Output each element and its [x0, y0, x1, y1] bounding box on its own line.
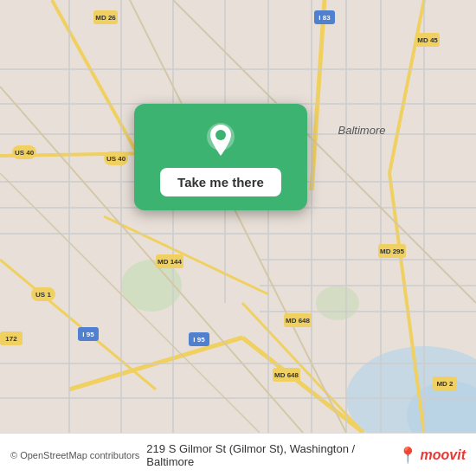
svg-text:MD 26: MD 26	[95, 14, 116, 22]
svg-text:I 83: I 83	[318, 14, 331, 22]
svg-text:MD 2: MD 2	[436, 380, 453, 388]
svg-text:MD 144: MD 144	[158, 258, 183, 266]
svg-text:MD 648: MD 648	[286, 317, 311, 325]
osm-credit: © OpenStreetMap contributors	[10, 450, 139, 460]
moovit-pin-icon: 📍	[398, 446, 417, 465]
svg-text:MD 45: MD 45	[417, 36, 438, 44]
address-text: 219 S Gilmor St (Gilmor St), Washington …	[146, 442, 390, 468]
svg-text:MD 648: MD 648	[274, 371, 299, 379]
svg-text:US 40: US 40	[106, 155, 126, 163]
svg-text:US 40: US 40	[15, 149, 35, 157]
svg-point-69	[215, 130, 226, 140]
bottom-bar: © OpenStreetMap contributors 219 S Gilmo…	[0, 433, 476, 476]
svg-text:US 1: US 1	[35, 291, 51, 299]
svg-point-4	[316, 286, 359, 320]
map-pin-icon	[202, 121, 240, 159]
svg-text:172: 172	[5, 335, 17, 343]
moovit-brand-name: moovit	[421, 447, 466, 463]
svg-text:Baltimore: Baltimore	[338, 124, 386, 137]
map-container: MD 26 I 83 MD 45 US 40 US 40 Baltimore M…	[0, 0, 476, 433]
svg-text:I 95: I 95	[193, 336, 205, 344]
take-me-there-button[interactable]: Take me there	[160, 168, 281, 196]
map-background: MD 26 I 83 MD 45 US 40 US 40 Baltimore M…	[0, 0, 476, 433]
popup-card: Take me there	[134, 104, 307, 210]
moovit-logo: 📍 moovit	[398, 446, 466, 465]
svg-text:I 95: I 95	[82, 331, 94, 338]
svg-text:MD 295: MD 295	[380, 248, 405, 255]
